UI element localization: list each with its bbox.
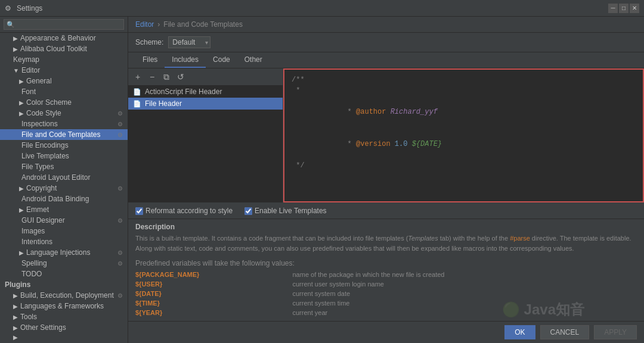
ok-button[interactable]: OK bbox=[504, 325, 535, 339]
variables-title: Predefined variables will take the follo… bbox=[135, 259, 637, 267]
breadcrumb-current: File and Code Templates bbox=[163, 20, 243, 29]
breadcrumb-parent[interactable]: Editor bbox=[135, 20, 154, 29]
bottom-area: Reformat according to style Enable Live … bbox=[128, 202, 644, 321]
table-row: ${DATE} current system date bbox=[135, 289, 637, 298]
sidebar-item-todo[interactable]: TODO bbox=[0, 269, 128, 279]
scheme-select[interactable]: Default bbox=[168, 36, 210, 48]
list-item[interactable]: 📄 File Header bbox=[128, 98, 283, 110]
var-name: ${USER} bbox=[135, 279, 293, 289]
settings-icon: ⚙ bbox=[117, 260, 123, 267]
code-line: * @version 1.0 ${DATE} bbox=[292, 128, 636, 160]
sidebar-item-label: Intentions bbox=[21, 238, 52, 246]
code-comment: * bbox=[343, 108, 356, 116]
live-templates-checkbox[interactable] bbox=[244, 207, 252, 215]
var-name: ${TIME} bbox=[135, 298, 293, 308]
sidebar-item-label: Live Templates bbox=[21, 152, 69, 160]
sidebar-item-languages[interactable]: ▶ Tools bbox=[0, 311, 128, 322]
sidebar-search-container bbox=[0, 17, 128, 33]
add-template-button[interactable]: + bbox=[132, 71, 144, 83]
sidebar-item-filetypes[interactable]: File Types bbox=[0, 161, 128, 172]
code-editor[interactable]: /** * * @author Richard_yyf * @version 1… bbox=[284, 70, 643, 201]
main-container: ▶ Appearance & Behavior ▶ Alibaba Cloud … bbox=[0, 17, 644, 343]
close-button[interactable]: ✕ bbox=[630, 4, 639, 13]
live-templates-checkbox-label[interactable]: Enable Live Templates bbox=[244, 207, 327, 215]
sidebar-item-label: Images bbox=[21, 227, 45, 235]
code-tag: @author bbox=[356, 108, 386, 116]
sidebar-item-alibaba[interactable]: ▶ Alibaba Cloud Toolkit bbox=[0, 43, 128, 54]
settings-icon: ⚙ bbox=[117, 110, 123, 117]
remove-template-button[interactable]: − bbox=[146, 71, 158, 83]
sidebar-item-editor[interactable]: ▼ Editor bbox=[0, 65, 128, 76]
sidebar-item-intentions[interactable]: Intentions bbox=[0, 236, 128, 247]
code-value: 1.0 bbox=[391, 140, 412, 148]
var-desc: current system date bbox=[293, 289, 637, 298]
table-row: ${PACKAGE_NAME} name of the package in w… bbox=[135, 270, 637, 279]
reformat-checkbox-label[interactable]: Reformat according to style bbox=[135, 207, 233, 215]
sidebar-item-androiddatabinding[interactable]: Android Data Binding bbox=[0, 194, 128, 204]
reformat-label: Reformat according to style bbox=[145, 207, 233, 215]
template-item-label: ActionScript File Header bbox=[145, 88, 222, 96]
sidebar-item-versioncontrol[interactable]: ▶ Build, Execution, Deployment ⚙ bbox=[0, 290, 128, 301]
sidebar-item-codestyle[interactable]: ▶ Code Style ⚙ bbox=[0, 108, 128, 119]
sidebar-item-spelling[interactable]: Spelling ⚙ bbox=[0, 258, 128, 269]
sidebar-item-languageinjections[interactable]: ▶ Language Injections ⚙ bbox=[0, 247, 128, 258]
breadcrumb: Editor › File and Code Templates bbox=[128, 17, 644, 33]
variables-table: ${PACKAGE_NAME} name of the package in w… bbox=[135, 270, 637, 317]
minimize-button[interactable]: ─ bbox=[608, 4, 618, 13]
sidebar-item-tools[interactable]: ▶ Other Settings bbox=[0, 322, 128, 333]
sidebar-item-images[interactable]: Images bbox=[0, 226, 128, 236]
sidebar-item-general[interactable]: ▶ General bbox=[0, 76, 128, 86]
var-name: ${PACKAGE_NAME} bbox=[135, 270, 293, 279]
sidebar-item-inspections[interactable]: Inspections ⚙ bbox=[0, 119, 128, 129]
reset-template-button[interactable]: ↺ bbox=[175, 71, 187, 83]
table-row: ${YEAR} current year bbox=[135, 308, 637, 317]
list-item[interactable]: 📄 ActionScript File Header bbox=[128, 86, 283, 98]
var-desc: current user system login name bbox=[293, 279, 637, 289]
cancel-button[interactable]: CANCEL bbox=[540, 325, 590, 339]
copy-template-button[interactable]: ⧉ bbox=[160, 71, 172, 83]
tab-code[interactable]: Code bbox=[206, 52, 237, 68]
sidebar-item-fileencodings[interactable]: File Encodings bbox=[0, 140, 128, 151]
arrow-icon: ▶ bbox=[13, 303, 18, 310]
settings-icon: ⚙ bbox=[117, 132, 123, 138]
template-list-panel: + − ⧉ ↺ 📄 ActionScript File Header 📄 Fil… bbox=[128, 68, 283, 202]
arrow-icon: ▼ bbox=[13, 67, 19, 74]
sidebar-search-input[interactable] bbox=[4, 19, 124, 30]
tab-other[interactable]: Other bbox=[237, 52, 270, 68]
highlight-text: #parse bbox=[510, 235, 530, 242]
sidebar-item-filecodetemplates[interactable]: File and Code Templates ⚙ bbox=[0, 129, 128, 140]
sidebar-item-label: Tools bbox=[20, 313, 37, 321]
code-line: * bbox=[292, 85, 636, 96]
sidebar-item-label: Editor bbox=[21, 66, 40, 74]
sidebar-item-appearance[interactable]: ▶ Appearance & Behavior bbox=[0, 33, 128, 43]
sidebar-item-label: GUI Designer bbox=[21, 216, 65, 224]
sidebar-item-label: Emmet bbox=[26, 205, 49, 214]
template-item-label: File Header bbox=[145, 99, 182, 108]
reformat-checkbox[interactable] bbox=[135, 207, 143, 215]
sidebar-item-keymap[interactable]: Keymap bbox=[0, 54, 128, 65]
file-icon: 📄 bbox=[133, 100, 141, 108]
tab-files[interactable]: Files bbox=[135, 52, 165, 68]
sidebar-item-buildexecution[interactable]: ▶ Languages & Frameworks bbox=[0, 301, 128, 311]
sidebar-item-androidlayout[interactable]: Android Layout Editor bbox=[0, 172, 128, 183]
sidebar-item-font[interactable]: Font bbox=[0, 86, 128, 97]
arrow-icon: ▶ bbox=[19, 207, 24, 213]
maximize-button[interactable]: □ bbox=[619, 4, 628, 13]
sidebar-item-livetemplates[interactable]: Live Templates bbox=[0, 151, 128, 161]
sidebar-item-label: Appearance & Behavior bbox=[20, 34, 96, 42]
tab-includes[interactable]: Includes bbox=[165, 52, 206, 68]
code-line: * @author Richard_yyf bbox=[292, 96, 636, 128]
scheme-dropdown[interactable]: Default ▾ bbox=[168, 36, 210, 48]
code-editor-panel: /** * * @author Richard_yyf * @version 1… bbox=[283, 68, 644, 202]
sidebar-item-colorscheme[interactable]: ▶ Color Scheme bbox=[0, 97, 128, 108]
sidebar-item-emmet[interactable]: ▶ Emmet bbox=[0, 204, 128, 215]
sidebar-item-guidesigner[interactable]: GUI Designer ⚙ bbox=[0, 215, 128, 226]
arrow-icon: ▶ bbox=[19, 110, 24, 117]
sidebar-item-copyright[interactable]: ▶ Copyright ⚙ bbox=[0, 183, 128, 194]
settings-icon: ⚙ bbox=[117, 185, 123, 192]
var-desc: current system time bbox=[293, 298, 637, 308]
window-title: Settings bbox=[17, 4, 608, 13]
variables-section: Predefined variables will take the follo… bbox=[128, 257, 644, 321]
apply-button[interactable]: APPLY bbox=[594, 325, 637, 339]
sidebar-item-othersettings[interactable]: ▶ bbox=[0, 333, 128, 342]
